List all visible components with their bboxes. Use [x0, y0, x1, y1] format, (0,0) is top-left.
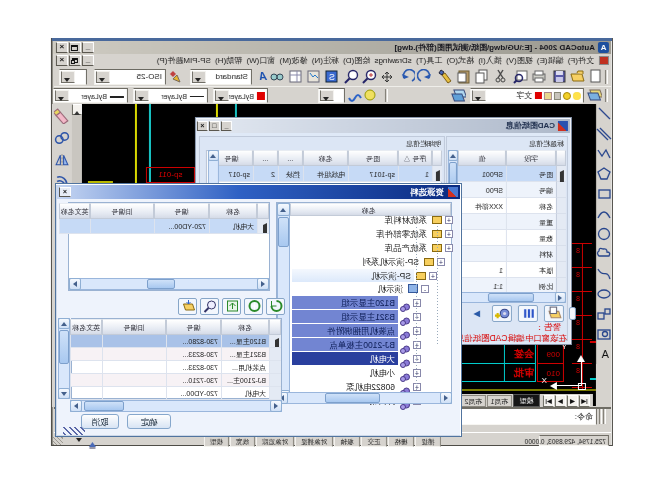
svg-text:A: A — [601, 348, 609, 360]
svg-text:S: S — [329, 72, 335, 82]
